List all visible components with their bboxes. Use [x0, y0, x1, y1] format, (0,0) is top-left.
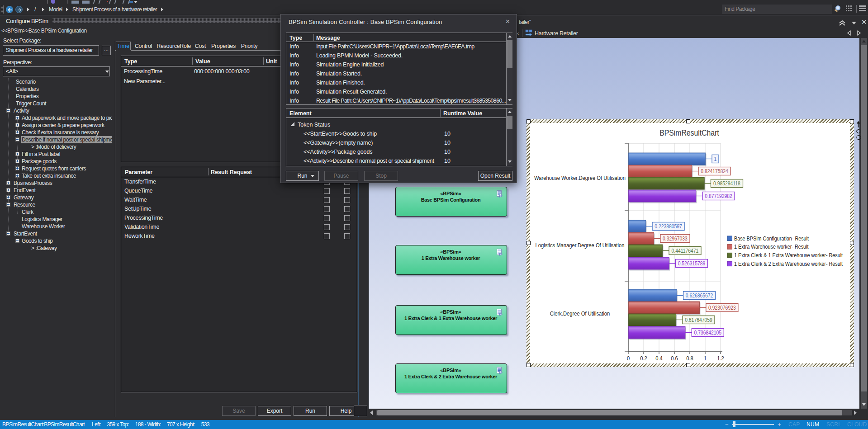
svg-text:1 Extra Clerk & 1 Extra Wareho: 1 Extra Clerk & 1 Extra Warehouse worker… [734, 252, 843, 259]
svg-text:1.2: 1.2 [717, 355, 724, 362]
svg-text:1 Extra Warehouse worker- Resu: 1 Extra Warehouse worker- Result [734, 243, 809, 250]
svg-text:0.526315789: 0.526315789 [678, 260, 706, 267]
svg-text:Warehouse Worker.Degree Of Uti: Warehouse Worker.Degree Of Utilisation [534, 174, 626, 181]
svg-text:Base BPSim Configuration- Resu: Base BPSim Configuration- Result [734, 235, 809, 242]
svg-text:0.8: 0.8 [686, 355, 693, 362]
svg-text:0.824175824: 0.824175824 [701, 168, 728, 174]
svg-text:0.923076923: 0.923076923 [708, 305, 736, 311]
svg-text:Logistics Manager.Degree Of Ut: Logistics Manager.Degree Of Utilisation [536, 242, 625, 249]
svg-text:0.223880597: 0.223880597 [655, 223, 682, 230]
svg-text:1: 1 [704, 355, 707, 362]
svg-text:0.877192982: 0.877192982 [705, 193, 732, 199]
svg-text:0.2: 0.2 [640, 355, 647, 362]
svg-text:1 Extra Clerk & 2 Extra Wareho: 1 Extra Clerk & 2 Extra Warehouse worker… [734, 260, 843, 267]
svg-text:0.985294118: 0.985294118 [713, 180, 740, 187]
svg-text:0.736842105: 0.736842105 [694, 330, 722, 336]
svg-text:0.4: 0.4 [655, 355, 663, 362]
svg-text:BPSimResultChart: BPSimResultChart [659, 128, 719, 137]
svg-text:1: 1 [714, 156, 717, 162]
svg-text:0.441176471: 0.441176471 [672, 248, 699, 254]
svg-text:0.617647059: 0.617647059 [685, 317, 712, 323]
svg-text:0.32967033: 0.32967033 [663, 236, 688, 242]
svg-text:0.6: 0.6 [671, 355, 678, 362]
svg-text:0.626865672: 0.626865672 [686, 292, 713, 299]
svg-text:0: 0 [627, 355, 630, 362]
svg-text:Clerk.Degree Of Utilisation: Clerk.Degree Of Utilisation [550, 310, 610, 317]
